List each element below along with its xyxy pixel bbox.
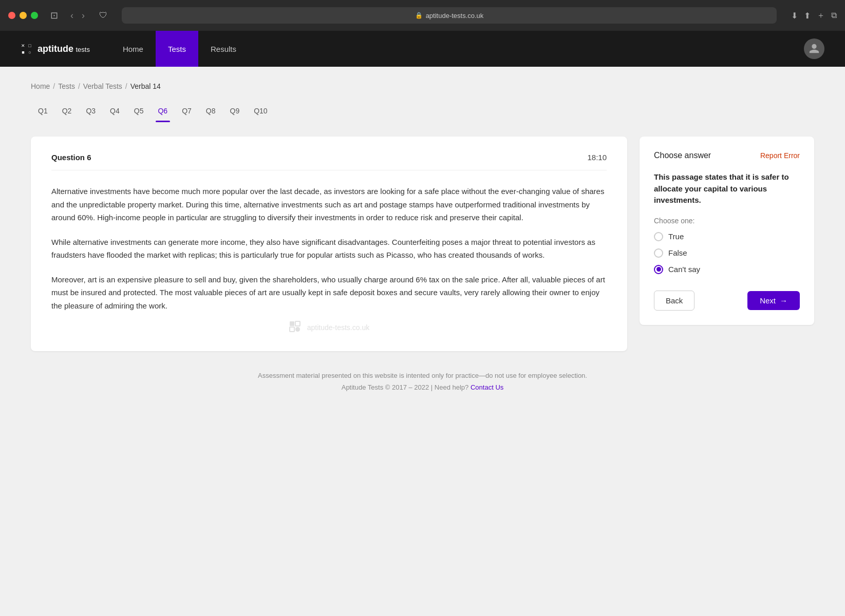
option-true[interactable]: True	[654, 232, 800, 241]
navbar: ✕□ ■○ aptitude tests Home Tests Results	[0, 31, 845, 67]
breadcrumb: Home / Tests / Verbal Tests / Verbal 14	[31, 82, 814, 90]
question-paragraph-2: While alternative investments can genera…	[51, 236, 607, 262]
option-false-label: False	[668, 248, 687, 257]
svg-rect-1	[295, 321, 300, 326]
download-icon[interactable]: ⬇	[791, 11, 798, 21]
tab-q9[interactable]: Q9	[223, 103, 247, 122]
url-text: aptitude-tests.co.uk	[426, 12, 484, 20]
main-layout: Question 6 18:10 Alternative investments…	[31, 137, 814, 351]
maximize-button[interactable]	[31, 12, 38, 19]
minimize-button[interactable]	[20, 12, 27, 19]
nav-tests[interactable]: Tests	[156, 31, 198, 67]
arrow-right-icon: →	[780, 296, 787, 305]
breadcrumb-sep-3: /	[125, 82, 127, 90]
logo[interactable]: ✕□ ■○ aptitude tests	[21, 43, 90, 55]
tab-q8[interactable]: Q8	[199, 103, 223, 122]
browser-nav: ‹ ›	[68, 8, 87, 23]
back-nav-button[interactable]: ‹	[68, 8, 76, 23]
lock-icon: 🔒	[415, 12, 423, 19]
logo-icon: ✕□ ■○	[21, 43, 32, 55]
choose-one-label: Choose one:	[654, 217, 800, 225]
option-false[interactable]: False	[654, 248, 800, 258]
question-body: Alternative investments have become much…	[51, 185, 607, 312]
breadcrumb-current: Verbal 14	[130, 82, 161, 90]
breadcrumb-tests[interactable]: Tests	[58, 82, 75, 90]
breadcrumb-verbal-tests[interactable]: Verbal Tests	[83, 82, 122, 90]
nav-results[interactable]: Results	[198, 31, 249, 67]
browser-actions: ⬇ ⬆ ＋ ⧉	[791, 10, 837, 21]
question-card: Question 6 18:10 Alternative investments…	[31, 137, 627, 351]
tab-q5[interactable]: Q5	[127, 103, 151, 122]
nav-links: Home Tests Results	[110, 31, 249, 67]
choose-answer-label: Choose answer	[654, 151, 711, 160]
shield-icon: 🛡	[99, 11, 107, 20]
tab-q3[interactable]: Q3	[79, 103, 103, 122]
answer-actions: Back Next →	[654, 291, 800, 311]
address-bar[interactable]: 🔒 aptitude-tests.co.uk	[122, 7, 777, 24]
traffic-lights	[8, 12, 38, 19]
new-tab-icon[interactable]: ＋	[817, 10, 825, 21]
next-button[interactable]: Next →	[747, 291, 800, 310]
breadcrumb-sep-2: /	[78, 82, 80, 90]
report-error-link[interactable]: Report Error	[760, 151, 800, 160]
nav-home[interactable]: Home	[110, 31, 156, 67]
answer-card: Choose answer Report Error This passage …	[640, 137, 814, 325]
tab-q7[interactable]: Q7	[175, 103, 199, 122]
question-paragraph-3: Moreover, art is an expensive pleasure t…	[51, 273, 607, 313]
breadcrumb-sep-1: /	[53, 82, 55, 90]
radio-false[interactable]	[654, 248, 663, 258]
close-button[interactable]	[8, 12, 15, 19]
answer-question-text: This passage states that it is safer to …	[654, 171, 800, 206]
radio-options: True False Can't say	[654, 232, 800, 274]
question-tabs: Q1 Q2 Q3 Q4 Q5 Q6 Q7 Q8 Q9 Q10	[31, 103, 814, 122]
browser-chrome: ⊡ ‹ › 🛡 🔒 aptitude-tests.co.uk ⬇ ⬆ ＋ ⧉	[0, 0, 845, 31]
tab-q2[interactable]: Q2	[55, 103, 79, 122]
question-number: Question 6	[51, 153, 91, 162]
footer: Assessment material presented on this we…	[31, 351, 814, 401]
breadcrumb-home[interactable]: Home	[31, 82, 50, 90]
option-cantsay[interactable]: Can't say	[654, 265, 800, 274]
radio-true[interactable]	[654, 232, 663, 241]
watermark-text: aptitude-tests.co.uk	[307, 323, 369, 332]
svg-point-3	[295, 327, 300, 332]
back-button[interactable]: Back	[654, 291, 694, 311]
radio-cantsay[interactable]	[654, 265, 663, 274]
question-paragraph-1: Alternative investments have become much…	[51, 185, 607, 224]
question-timer: 18:10	[587, 153, 607, 162]
tab-q4[interactable]: Q4	[103, 103, 127, 122]
logo-text: aptitude tests	[37, 44, 90, 54]
sidebar-toggle-icon[interactable]: ⊡	[50, 10, 58, 21]
option-cantsay-label: Can't say	[668, 265, 700, 274]
footer-disclaimer: Assessment material presented on this we…	[31, 372, 814, 379]
content-area: Home / Tests / Verbal Tests / Verbal 14 …	[0, 67, 845, 616]
answer-header: Choose answer Report Error	[654, 151, 800, 160]
user-avatar[interactable]	[804, 38, 824, 59]
windows-icon[interactable]: ⧉	[831, 11, 837, 20]
next-label: Next	[760, 296, 776, 305]
tab-q1[interactable]: Q1	[31, 103, 55, 122]
question-header: Question 6 18:10	[51, 153, 607, 170]
tab-q6[interactable]: Q6	[151, 103, 175, 122]
svg-rect-2	[290, 327, 294, 332]
forward-nav-button[interactable]: ›	[80, 8, 87, 23]
contact-us-link[interactable]: Contact Us	[471, 383, 503, 391]
tab-q10[interactable]: Q10	[247, 103, 274, 122]
svg-rect-0	[290, 321, 294, 326]
option-true-label: True	[668, 232, 684, 241]
watermark: aptitude-tests.co.uk	[51, 320, 607, 335]
footer-copyright: Aptitude Tests © 2017 – 2022 | Need help…	[31, 383, 814, 391]
share-icon[interactable]: ⬆	[804, 11, 811, 21]
